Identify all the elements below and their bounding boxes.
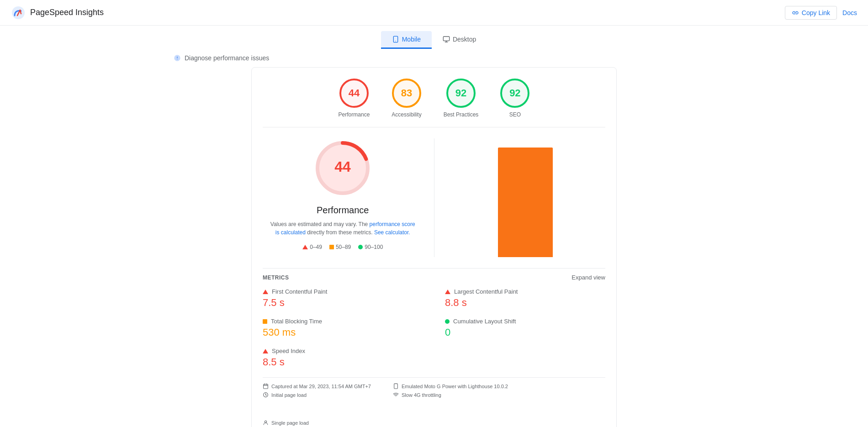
- perf-divider: [434, 138, 434, 257]
- copy-link-button[interactable]: Copy Link: [785, 6, 837, 20]
- wifi-icon: [393, 392, 399, 398]
- link-icon: [792, 9, 799, 16]
- si-status-icon: [263, 349, 268, 353]
- fcp-status-icon: [263, 290, 268, 294]
- main-card: 44 Performance 83 Accessibility 92 Best …: [251, 67, 617, 427]
- footer-col-2: Emulated Moto G Power with Lighthouse 10…: [393, 383, 508, 398]
- metric-lcp-name-row: Largest Contentful Paint: [445, 288, 605, 295]
- big-gauge: 44: [313, 138, 372, 198]
- calculator-link[interactable]: See calculator.: [374, 229, 410, 236]
- tab-desktop-label: Desktop: [453, 36, 476, 43]
- legend-average-icon: [329, 245, 334, 249]
- tbt-status-icon: [263, 319, 267, 324]
- header: PageSpeed Insights Copy Link Docs: [0, 0, 868, 26]
- fcp-name: First Contentful Paint: [272, 288, 327, 295]
- cls-status-icon: [445, 319, 450, 324]
- legend-pass-range: 90–100: [365, 244, 383, 250]
- footer-initial: Initial page load: [271, 392, 307, 398]
- footer-emulated: Emulated Moto G Power with Lighthouse 10…: [402, 384, 508, 389]
- expand-view-button[interactable]: Expand view: [572, 274, 605, 281]
- chart-container: [445, 138, 606, 257]
- metric-si: Speed Index 8.5 s: [263, 348, 423, 368]
- svg-rect-11: [394, 384, 398, 389]
- svg-point-12: [265, 421, 266, 422]
- svg-rect-3: [443, 37, 449, 41]
- chart-bar: [498, 148, 553, 257]
- legend-pass: 90–100: [358, 244, 383, 250]
- gauge-svg: 44: [313, 138, 372, 198]
- metrics-label: METRICS: [263, 274, 289, 281]
- footer-captured-row: Captured at Mar 29, 2023, 11:54 AM GMT+7: [263, 383, 371, 389]
- svg-text:44: 44: [334, 158, 351, 175]
- cls-value: 0: [445, 327, 605, 338]
- performance-title: Performance: [317, 205, 369, 216]
- mobile-icon: [392, 36, 399, 43]
- tab-mobile[interactable]: Mobile: [381, 31, 432, 49]
- legend: 0–49 50–89 90–100: [302, 244, 383, 250]
- scores-row: 44 Performance 83 Accessibility 92 Best …: [263, 79, 605, 127]
- score-best-practices: 92 Best Practices: [444, 79, 479, 118]
- legend-fail-range: 0–49: [310, 244, 322, 250]
- lcp-value: 8.8 s: [445, 297, 605, 309]
- score-performance: 44 Performance: [339, 79, 370, 118]
- metrics-header: METRICS Expand view: [263, 268, 605, 288]
- legend-average-range: 50–89: [336, 244, 351, 250]
- seo-circle: 92: [500, 79, 529, 108]
- footer-captured: Captured at Mar 29, 2023, 11:54 AM GMT+7: [271, 384, 371, 389]
- metric-fcp: First Contentful Paint 7.5 s: [263, 288, 423, 309]
- footer-bar: Captured at Mar 29, 2023, 11:54 AM GMT+7…: [263, 377, 605, 427]
- phone-icon: [393, 383, 399, 389]
- performance-detail: 44 Performance Values are estimated and …: [263, 127, 605, 268]
- info-icon: [174, 54, 181, 62]
- legend-average: 50–89: [329, 244, 351, 250]
- accessibility-label: Accessibility: [392, 111, 421, 118]
- score-accessibility: 83 Accessibility: [392, 79, 421, 118]
- performance-left: 44 Performance Values are estimated and …: [263, 138, 423, 257]
- cls-name: Cumulative Layout Shift: [453, 318, 516, 325]
- svg-rect-9: [264, 384, 268, 389]
- header-right: Copy Link Docs: [785, 6, 857, 20]
- footer-single-page: Single page load: [271, 420, 309, 426]
- app-title: PageSpeed Insights: [30, 8, 104, 17]
- metric-fcp-name-row: First Contentful Paint: [263, 288, 423, 295]
- person-icon: [263, 420, 269, 426]
- best-practices-label: Best Practices: [444, 111, 479, 118]
- accessibility-circle: 83: [392, 79, 421, 108]
- clock-icon: [263, 392, 269, 398]
- fcp-value: 7.5 s: [263, 297, 423, 309]
- diagnose-bar: Diagnose performance issues: [0, 49, 868, 67]
- footer-throttling-row: Slow 4G throttling: [393, 392, 508, 398]
- calendar-icon: [263, 383, 269, 389]
- tab-desktop[interactable]: Desktop: [432, 31, 487, 49]
- tab-mobile-label: Mobile: [402, 36, 421, 43]
- footer-initial-row: Initial page load: [263, 392, 371, 398]
- footer-col-3: Single page load Using HeadlessChromium …: [263, 420, 378, 427]
- footer-single-page-row: Single page load: [263, 420, 378, 426]
- legend-fail-icon: [302, 245, 308, 249]
- metric-si-name-row: Speed Index: [263, 348, 423, 354]
- metric-cls: Cumulative Layout Shift 0: [445, 318, 605, 338]
- performance-circle: 44: [339, 79, 369, 108]
- metric-cls-name-row: Cumulative Layout Shift: [445, 318, 605, 325]
- footer-col-1: Captured at Mar 29, 2023, 11:54 AM GMT+7…: [263, 383, 371, 398]
- lcp-name: Largest Contentful Paint: [454, 288, 518, 295]
- footer-emulated-row: Emulated Moto G Power with Lighthouse 10…: [393, 383, 508, 389]
- performance-note: Values are estimated and may vary. The p…: [270, 220, 416, 237]
- performance-right: [445, 138, 606, 257]
- footer-throttling: Slow 4G throttling: [402, 392, 441, 398]
- diagnose-label: Diagnose performance issues: [185, 54, 269, 62]
- si-name: Speed Index: [272, 348, 305, 354]
- metrics-grid: First Contentful Paint 7.5 s Largest Con…: [263, 288, 605, 377]
- docs-link[interactable]: Docs: [842, 9, 857, 16]
- svg-point-2: [395, 41, 396, 41]
- tab-bar: Mobile Desktop: [0, 26, 868, 49]
- tbt-name: Total Blocking Time: [271, 318, 322, 325]
- seo-label: SEO: [509, 111, 521, 118]
- si-value: 8.5 s: [263, 356, 423, 368]
- performance-label: Performance: [339, 111, 370, 118]
- metric-tbt-name-row: Total Blocking Time: [263, 318, 423, 325]
- copy-link-label: Copy Link: [802, 9, 830, 16]
- best-practices-circle: 92: [446, 79, 476, 108]
- legend-pass-icon: [358, 245, 363, 249]
- desktop-icon: [443, 36, 450, 43]
